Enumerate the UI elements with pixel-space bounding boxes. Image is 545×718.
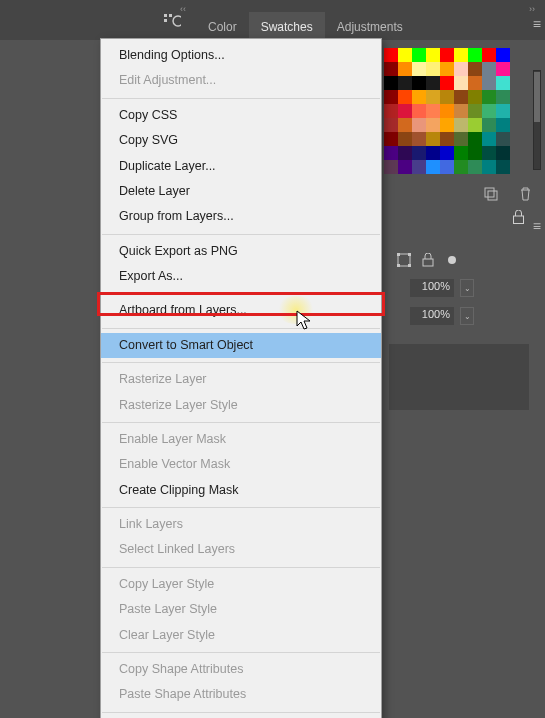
menu-item-create-clipping-mask[interactable]: Create Clipping Mask [101,478,381,503]
swatch[interactable] [468,90,482,104]
swatch[interactable] [412,76,426,90]
fill-dropdown[interactable]: ⌄ [460,307,474,325]
swatch[interactable] [482,160,496,174]
swatch[interactable] [468,146,482,160]
swatch[interactable] [412,160,426,174]
swatch[interactable] [454,48,468,62]
swatch[interactable] [496,62,510,76]
menu-item-copy-css[interactable]: Copy CSS [101,103,381,128]
transform-icon[interactable] [396,252,412,268]
swatch[interactable] [398,160,412,174]
swatch[interactable] [496,90,510,104]
swatch[interactable] [426,146,440,160]
new-swatch-icon[interactable] [483,186,499,202]
swatch[interactable] [440,90,454,104]
swatch[interactable] [496,104,510,118]
swatch[interactable] [398,104,412,118]
swatch[interactable] [454,160,468,174]
swatch[interactable] [454,132,468,146]
swatch[interactable] [412,104,426,118]
swatch[interactable] [482,48,496,62]
swatch[interactable] [496,76,510,90]
swatch[interactable] [398,90,412,104]
swatch[interactable] [482,132,496,146]
swatch[interactable] [482,62,496,76]
swatch[interactable] [496,132,510,146]
menu-item-export-as[interactable]: Export As... [101,264,381,289]
tab-adjustments[interactable]: Adjustments [325,12,415,40]
swatch[interactable] [440,104,454,118]
swatch[interactable] [468,76,482,90]
swatch[interactable] [398,76,412,90]
swatch[interactable] [398,62,412,76]
menu-item-convert-to-smart-object[interactable]: Convert to Smart Object [101,333,381,358]
swatch[interactable] [384,48,398,62]
swatch[interactable] [426,132,440,146]
swatch[interactable] [384,62,398,76]
panel-collapse-right[interactable]: ›› [529,4,535,14]
menu-item-copy-svg[interactable]: Copy SVG [101,128,381,153]
swatch[interactable] [454,146,468,160]
tab-swatches[interactable]: Swatches [249,12,325,40]
swatch[interactable] [398,118,412,132]
swatch[interactable] [496,146,510,160]
swatch[interactable] [398,146,412,160]
swatch[interactable] [454,62,468,76]
swatch[interactable] [384,118,398,132]
swatch[interactable] [482,76,496,90]
lock-icon[interactable] [420,252,436,268]
tab-color[interactable]: Color [196,12,249,40]
swatch[interactable] [482,104,496,118]
swatch[interactable] [468,132,482,146]
menu-item-group-from-layers[interactable]: Group from Layers... [101,204,381,229]
swatch[interactable] [384,76,398,90]
swatches-scrollbar[interactable] [533,70,541,170]
swatch[interactable] [440,146,454,160]
swatch[interactable] [426,62,440,76]
fill-indicator-icon[interactable] [444,252,460,268]
swatch[interactable] [384,132,398,146]
menu-item-delete-layer[interactable]: Delete Layer [101,179,381,204]
swatch[interactable] [426,118,440,132]
swatch[interactable] [496,48,510,62]
trash-icon[interactable] [517,186,533,202]
menu-item-artboard-from-layers[interactable]: Artboard from Layers... [101,298,381,323]
swatch[interactable] [482,118,496,132]
swatch[interactable] [454,76,468,90]
swatch[interactable] [496,160,510,174]
swatch[interactable] [426,104,440,118]
swatch[interactable] [426,76,440,90]
layers-panel-menu-icon[interactable]: ≡ [533,218,541,234]
swatch[interactable] [482,90,496,104]
layer-lock-icon[interactable] [512,210,525,229]
swatch[interactable] [412,146,426,160]
swatch[interactable] [440,118,454,132]
swatch[interactable] [426,90,440,104]
swatch[interactable] [412,62,426,76]
swatch[interactable] [468,118,482,132]
swatch[interactable] [454,104,468,118]
fill-value[interactable]: 100% [410,307,454,325]
swatch[interactable] [440,160,454,174]
swatch[interactable] [440,48,454,62]
swatch[interactable] [440,76,454,90]
swatch[interactable] [482,146,496,160]
swatch[interactable] [384,104,398,118]
opacity-value[interactable]: 100% [410,279,454,297]
swatch[interactable] [440,132,454,146]
opacity-dropdown[interactable]: ⌄ [460,279,474,297]
panel-menu-icon[interactable]: ≡ [533,16,541,32]
menu-item-duplicate-layer[interactable]: Duplicate Layer... [101,154,381,179]
swatch[interactable] [496,118,510,132]
swatch[interactable] [440,62,454,76]
menu-item-blending-options[interactable]: Blending Options... [101,43,381,68]
swatch[interactable] [384,146,398,160]
menu-item-quick-export-as-png[interactable]: Quick Export as PNG [101,239,381,264]
swatch[interactable] [412,90,426,104]
swatch[interactable] [468,48,482,62]
swatch[interactable] [384,90,398,104]
swatch[interactable] [384,160,398,174]
swatch[interactable] [454,118,468,132]
panel-collapse-left[interactable]: ‹‹ [180,4,186,14]
swatch[interactable] [468,104,482,118]
